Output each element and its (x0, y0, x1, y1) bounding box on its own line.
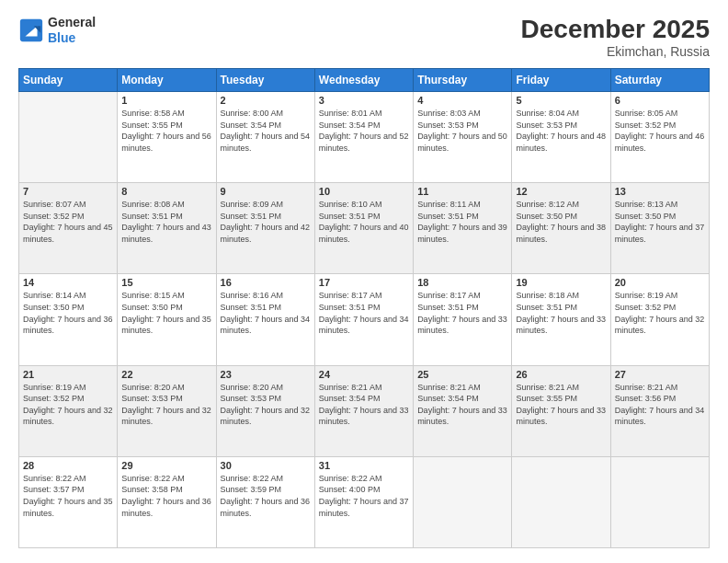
day-number: 22 (121, 369, 211, 380)
day-number: 6 (615, 95, 705, 106)
day-number: 23 (221, 369, 311, 380)
day-number: 9 (221, 186, 311, 197)
day-info: Sunrise: 8:19 AMSunset: 3:52 PMDaylight:… (615, 290, 705, 336)
day-number: 4 (417, 95, 507, 106)
day-info: Sunrise: 8:11 AMSunset: 3:51 PMDaylight:… (417, 199, 507, 245)
calendar-cell (414, 456, 512, 547)
day-info: Sunrise: 8:58 AMSunset: 3:55 PMDaylight:… (121, 108, 211, 154)
calendar-cell: 6Sunrise: 8:05 AMSunset: 3:52 PMDaylight… (610, 92, 709, 183)
calendar-cell: 10Sunrise: 8:10 AMSunset: 3:51 PMDayligh… (314, 183, 413, 274)
calendar-cell: 20Sunrise: 8:19 AMSunset: 3:52 PMDayligh… (610, 274, 709, 365)
day-info: Sunrise: 8:22 AMSunset: 3:59 PMDaylight:… (221, 473, 311, 519)
calendar-cell (610, 456, 709, 547)
day-info: Sunrise: 8:22 AMSunset: 3:58 PMDaylight:… (121, 473, 211, 519)
page: General Blue December 2025 Ekimchan, Rus… (0, 0, 728, 563)
calendar-cell: 31Sunrise: 8:22 AMSunset: 4:00 PMDayligh… (314, 456, 413, 547)
calendar-week-row: 14Sunrise: 8:14 AMSunset: 3:50 PMDayligh… (19, 274, 710, 365)
logo: General Blue (18, 15, 96, 46)
calendar-cell: 4Sunrise: 8:03 AMSunset: 3:53 PMDaylight… (414, 92, 512, 183)
calendar-cell: 22Sunrise: 8:20 AMSunset: 3:53 PMDayligh… (118, 365, 216, 456)
day-number: 24 (319, 369, 409, 380)
calendar-cell: 18Sunrise: 8:17 AMSunset: 3:51 PMDayligh… (414, 274, 512, 365)
calendar-week-row: 7Sunrise: 8:07 AMSunset: 3:52 PMDaylight… (19, 183, 710, 274)
day-info: Sunrise: 8:01 AMSunset: 3:54 PMDaylight:… (319, 108, 409, 154)
calendar-cell: 29Sunrise: 8:22 AMSunset: 3:58 PMDayligh… (118, 456, 216, 547)
day-info: Sunrise: 8:10 AMSunset: 3:51 PMDaylight:… (319, 199, 409, 245)
day-number: 3 (319, 95, 409, 106)
calendar: Sunday Monday Tuesday Wednesday Thursday… (18, 68, 710, 548)
day-number: 12 (516, 186, 606, 197)
day-number: 30 (221, 460, 311, 471)
day-info: Sunrise: 8:12 AMSunset: 3:50 PMDaylight:… (516, 199, 606, 245)
day-info: Sunrise: 8:19 AMSunset: 3:52 PMDaylight:… (23, 382, 113, 428)
day-info: Sunrise: 8:21 AMSunset: 3:54 PMDaylight:… (417, 382, 507, 428)
calendar-week-row: 1Sunrise: 8:58 AMSunset: 3:55 PMDaylight… (19, 92, 710, 183)
day-info: Sunrise: 8:17 AMSunset: 3:51 PMDaylight:… (417, 290, 507, 336)
day-info: Sunrise: 8:13 AMSunset: 3:50 PMDaylight:… (615, 199, 705, 245)
day-number: 10 (319, 186, 409, 197)
calendar-cell: 15Sunrise: 8:15 AMSunset: 3:50 PMDayligh… (118, 274, 216, 365)
header: General Blue December 2025 Ekimchan, Rus… (18, 15, 710, 59)
header-sunday: Sunday (19, 69, 118, 92)
title-block: December 2025 Ekimchan, Russia (521, 15, 710, 59)
day-info: Sunrise: 8:22 AMSunset: 4:00 PMDaylight:… (319, 473, 409, 519)
day-info: Sunrise: 8:20 AMSunset: 3:53 PMDaylight:… (121, 382, 211, 428)
calendar-cell: 13Sunrise: 8:13 AMSunset: 3:50 PMDayligh… (610, 183, 709, 274)
calendar-cell: 23Sunrise: 8:20 AMSunset: 3:53 PMDayligh… (216, 365, 314, 456)
day-number: 16 (221, 277, 311, 288)
day-info: Sunrise: 8:05 AMSunset: 3:52 PMDaylight:… (615, 108, 705, 154)
calendar-cell: 3Sunrise: 8:01 AMSunset: 3:54 PMDaylight… (314, 92, 413, 183)
location: Ekimchan, Russia (521, 44, 710, 59)
calendar-cell: 17Sunrise: 8:17 AMSunset: 3:51 PMDayligh… (314, 274, 413, 365)
logo-text: General Blue (48, 15, 96, 46)
day-info: Sunrise: 8:08 AMSunset: 3:51 PMDaylight:… (121, 199, 211, 245)
day-number: 8 (121, 186, 211, 197)
calendar-cell: 12Sunrise: 8:12 AMSunset: 3:50 PMDayligh… (512, 183, 610, 274)
day-info: Sunrise: 8:22 AMSunset: 3:57 PMDaylight:… (23, 473, 113, 519)
day-number: 13 (615, 186, 705, 197)
day-number: 19 (516, 277, 606, 288)
day-info: Sunrise: 8:21 AMSunset: 3:56 PMDaylight:… (615, 382, 705, 428)
day-info: Sunrise: 8:17 AMSunset: 3:51 PMDaylight:… (319, 290, 409, 336)
calendar-cell: 16Sunrise: 8:16 AMSunset: 3:51 PMDayligh… (216, 274, 314, 365)
day-number: 7 (23, 186, 113, 197)
calendar-cell: 14Sunrise: 8:14 AMSunset: 3:50 PMDayligh… (19, 274, 118, 365)
day-info: Sunrise: 8:14 AMSunset: 3:50 PMDaylight:… (23, 290, 113, 336)
day-number: 29 (121, 460, 211, 471)
day-number: 26 (516, 369, 606, 380)
calendar-cell: 24Sunrise: 8:21 AMSunset: 3:54 PMDayligh… (314, 365, 413, 456)
calendar-cell: 25Sunrise: 8:21 AMSunset: 3:54 PMDayligh… (414, 365, 512, 456)
calendar-cell: 19Sunrise: 8:18 AMSunset: 3:51 PMDayligh… (512, 274, 610, 365)
weekday-header-row: Sunday Monday Tuesday Wednesday Thursday… (19, 69, 710, 92)
day-number: 21 (23, 369, 113, 380)
header-saturday: Saturday (610, 69, 709, 92)
calendar-cell: 27Sunrise: 8:21 AMSunset: 3:56 PMDayligh… (610, 365, 709, 456)
calendar-cell (512, 456, 610, 547)
day-number: 11 (417, 186, 507, 197)
day-number: 25 (417, 369, 507, 380)
calendar-cell: 8Sunrise: 8:08 AMSunset: 3:51 PMDaylight… (118, 183, 216, 274)
calendar-cell: 11Sunrise: 8:11 AMSunset: 3:51 PMDayligh… (414, 183, 512, 274)
calendar-week-row: 21Sunrise: 8:19 AMSunset: 3:52 PMDayligh… (19, 365, 710, 456)
calendar-cell: 7Sunrise: 8:07 AMSunset: 3:52 PMDaylight… (19, 183, 118, 274)
header-wednesday: Wednesday (314, 69, 413, 92)
calendar-cell: 21Sunrise: 8:19 AMSunset: 3:52 PMDayligh… (19, 365, 118, 456)
calendar-week-row: 28Sunrise: 8:22 AMSunset: 3:57 PMDayligh… (19, 456, 710, 547)
day-number: 18 (417, 277, 507, 288)
day-number: 2 (221, 95, 311, 106)
header-friday: Friday (512, 69, 610, 92)
day-number: 14 (23, 277, 113, 288)
calendar-cell: 30Sunrise: 8:22 AMSunset: 3:59 PMDayligh… (216, 456, 314, 547)
day-info: Sunrise: 8:18 AMSunset: 3:51 PMDaylight:… (516, 290, 606, 336)
header-tuesday: Tuesday (216, 69, 314, 92)
month-title: December 2025 (521, 15, 710, 44)
day-number: 1 (121, 95, 211, 106)
calendar-cell (19, 92, 118, 183)
calendar-cell: 2Sunrise: 8:00 AMSunset: 3:54 PMDaylight… (216, 92, 314, 183)
calendar-cell: 26Sunrise: 8:21 AMSunset: 3:55 PMDayligh… (512, 365, 610, 456)
day-info: Sunrise: 8:04 AMSunset: 3:53 PMDaylight:… (516, 108, 606, 154)
day-number: 27 (615, 369, 705, 380)
calendar-cell: 9Sunrise: 8:09 AMSunset: 3:51 PMDaylight… (216, 183, 314, 274)
day-number: 5 (516, 95, 606, 106)
day-number: 31 (319, 460, 409, 471)
